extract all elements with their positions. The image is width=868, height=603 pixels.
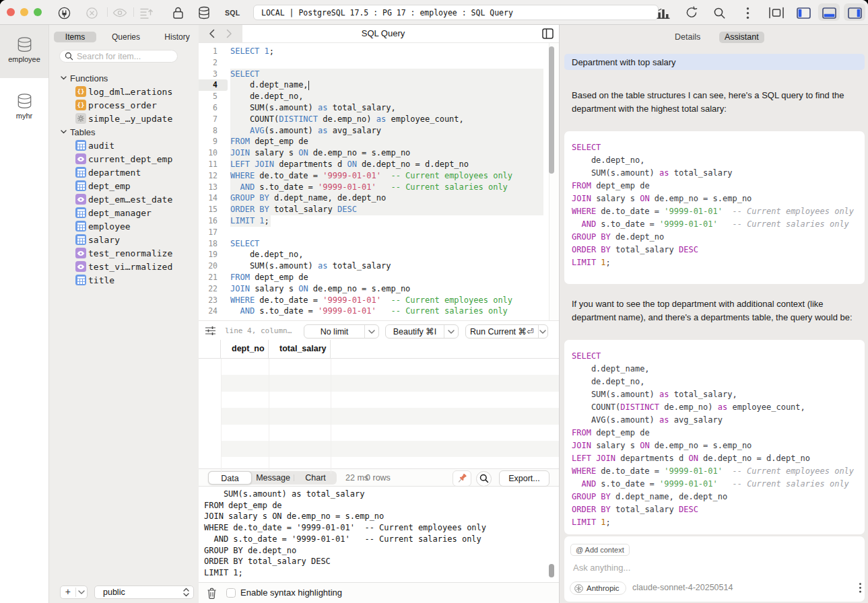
connection-item-myhr[interactable]: myhr — [0, 89, 48, 120]
search-icon[interactable] — [710, 4, 728, 22]
tree-item-department[interactable]: department — [49, 166, 199, 179]
trash-icon[interactable] — [207, 588, 217, 599]
assistant-more-icon[interactable] — [859, 582, 861, 593]
tree-item-title[interactable]: title — [49, 273, 199, 287]
lock-icon[interactable] — [169, 4, 187, 22]
syntax-highlight-checkbox[interactable] — [226, 588, 236, 598]
add-context-button[interactable]: @ Add context — [570, 544, 630, 556]
connection-icon[interactable] — [55, 4, 73, 22]
assistant-input-placeholder[interactable]: Ask anything... — [573, 563, 630, 573]
line-numbers: 123456789101112131415161718192021222324 — [199, 46, 218, 317]
anthropic-logo-icon — [574, 584, 583, 593]
connection-item-employee[interactable]: employee — [0, 25, 48, 78]
tree-item-simple-y-update[interactable]: simple_…y_update — [49, 112, 199, 125]
add-dropdown-icon[interactable] — [76, 590, 87, 594]
view-icon — [75, 153, 86, 164]
function-icon: {} — [75, 86, 86, 97]
tab-message[interactable]: Message — [252, 471, 294, 485]
tree-item-log-dml-erations[interactable]: {}log_dml…erations — [49, 85, 199, 98]
export-button[interactable]: Export... — [499, 470, 549, 487]
item-search-input[interactable]: Search for item... — [59, 50, 178, 63]
run-dropdown-icon[interactable] — [538, 325, 547, 338]
conversation-title[interactable]: Department with top salary — [564, 54, 865, 70]
more-icon[interactable] — [739, 4, 756, 22]
table-icon — [75, 234, 86, 245]
database-icon — [17, 93, 32, 109]
tree-section-tables[interactable]: Tables — [49, 125, 199, 139]
view-icon — [75, 261, 86, 272]
tab-assistant[interactable]: Assistant — [719, 32, 764, 43]
table-icon — [75, 180, 86, 191]
assistant-paragraph: Based on the table structures I can see,… — [572, 89, 860, 116]
tree-section-functions[interactable]: Functions — [49, 71, 199, 85]
provider-selector[interactable]: Anthropic — [570, 581, 626, 595]
table-icon — [75, 140, 86, 151]
tree-item-salary[interactable]: salary — [49, 233, 199, 246]
column-header-dept-no[interactable]: dept_no — [221, 340, 269, 358]
tab-details[interactable]: Details — [669, 32, 706, 43]
beautify-dropdown-icon[interactable] — [444, 325, 458, 338]
disconnect-icon[interactable] — [83, 4, 100, 22]
table-row[interactable] — [199, 441, 559, 457]
search-results-button[interactable] — [476, 471, 492, 487]
eye-icon[interactable] — [111, 4, 129, 22]
column-header-total-salary[interactable]: total_salary — [269, 340, 331, 358]
forward-icon[interactable] — [226, 29, 232, 38]
focus-icon[interactable] — [768, 4, 785, 22]
results-grid: dept_no total_salary — [199, 340, 559, 468]
layout-bottom-icon[interactable] — [820, 4, 838, 22]
function-icon: {} — [75, 100, 86, 110]
tree-item-dept-manager[interactable]: dept_manager — [49, 206, 199, 219]
table-icon — [75, 275, 86, 285]
reload-icon[interactable] — [683, 4, 700, 22]
tree-item-current-dept-emp[interactable]: current_dept_emp — [49, 152, 199, 166]
tree-item-test-vi-rmalized[interactable]: test_vi…rmalized — [49, 260, 199, 273]
traffic-light-minimize[interactable] — [20, 8, 28, 16]
tab-history[interactable]: History — [154, 32, 200, 42]
tree-item-employee[interactable]: employee — [49, 219, 199, 233]
layout-left-icon[interactable] — [795, 4, 812, 22]
tab-data[interactable]: Data — [208, 471, 252, 485]
run-current-button[interactable]: Run Current ⌘⏎ — [465, 324, 548, 339]
tree-item-dept-emp[interactable]: dept_emp — [49, 179, 199, 192]
table-row[interactable] — [199, 425, 559, 441]
traffic-light-zoom[interactable] — [34, 8, 42, 16]
pin-button[interactable] — [453, 470, 471, 487]
split-editor-icon[interactable] — [542, 28, 554, 39]
table-row[interactable] — [199, 408, 559, 424]
ddl-icon[interactable] — [137, 4, 155, 22]
tree-item-test-renormalize[interactable]: test_renormalize — [49, 246, 199, 260]
chevron-down-icon[interactable] — [61, 76, 67, 80]
assistant-code-block: SELECT d.dept_name, de.dept_no, SUM(s.am… — [564, 340, 865, 534]
tableplus-window: SQL LOCAL | PostgreSQL 17.5 : PG 17 : em… — [0, 0, 868, 603]
table-icon — [75, 167, 86, 178]
schema-select[interactable]: public — [94, 586, 194, 599]
chevron-down-icon[interactable] — [61, 130, 67, 134]
tab-queries[interactable]: Queries — [102, 32, 150, 42]
tree-item-audit[interactable]: audit — [49, 139, 199, 152]
tree-item-process-order[interactable]: {}process_order — [49, 98, 199, 112]
editor-settings-icon[interactable] — [205, 326, 216, 336]
limit-dropdown-icon[interactable] — [364, 325, 378, 338]
editor-scrollbar[interactable] — [549, 46, 554, 174]
limit-button[interactable]: No limit — [304, 324, 379, 339]
table-row[interactable] — [199, 359, 559, 375]
trigger-icon — [75, 113, 86, 124]
tree-item-dept-em-est-date[interactable]: dept_em…est_date — [49, 192, 199, 206]
database-icon[interactable] — [195, 4, 213, 22]
message-scrollbar[interactable] — [549, 564, 554, 577]
sql-editor[interactable]: 123456789101112131415161718192021222324 … — [199, 43, 559, 320]
tab-items[interactable]: Items — [54, 32, 96, 42]
layout-right-icon[interactable] — [846, 4, 863, 22]
table-row[interactable] — [199, 392, 559, 408]
chart-icon[interactable] — [655, 4, 672, 22]
cursor-position: line 4, column… — [225, 326, 292, 335]
editor-tab-title[interactable]: SQL Query — [234, 25, 532, 42]
plus-icon[interactable]: + — [61, 588, 76, 597]
beautify-button[interactable]: Beautify ⌘I — [385, 324, 459, 339]
add-item-button[interactable]: + — [60, 586, 88, 599]
table-row[interactable] — [199, 375, 559, 391]
traffic-light-close[interactable] — [7, 8, 15, 16]
message-pane[interactable]: SUM(s.amount) as total_salary FROM dept_… — [199, 487, 559, 583]
back-icon[interactable] — [209, 29, 215, 38]
